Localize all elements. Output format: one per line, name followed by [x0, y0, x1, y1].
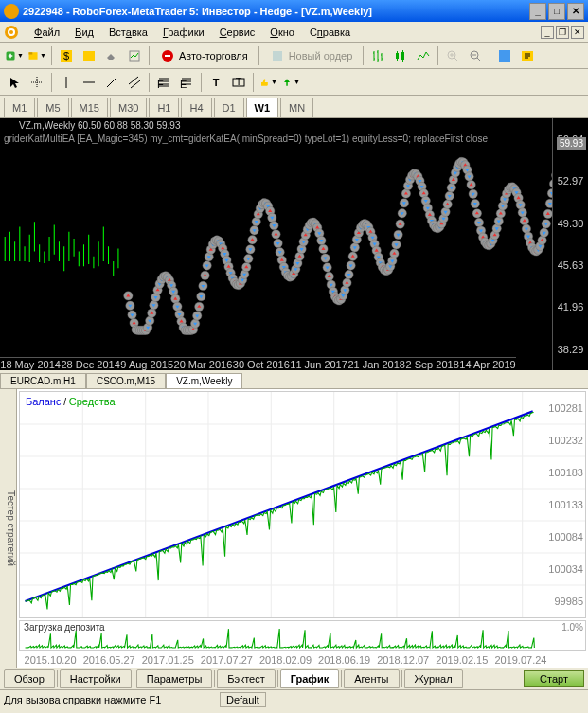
- tab-graph[interactable]: График: [280, 669, 340, 688]
- tf-w1[interactable]: W1: [246, 98, 279, 117]
- tester-button[interactable]: [124, 45, 145, 66]
- svg-rect-14: [401, 52, 404, 60]
- zoom-in-button[interactable]: [442, 45, 463, 66]
- autotrading-label: Авто-торговля: [179, 50, 248, 62]
- tf-m5[interactable]: M5: [37, 98, 68, 117]
- status-bar: Для вызова справки нажмите F1 Default: [0, 689, 588, 708]
- tf-m15[interactable]: M15: [71, 98, 108, 117]
- equity-legend: Баланс / Средства: [26, 396, 116, 407]
- trend-line-button[interactable]: [101, 72, 122, 93]
- thumbs-up-button[interactable]: ▼: [258, 72, 278, 93]
- crosshair-button[interactable]: [27, 72, 47, 93]
- svg-rect-12: [273, 51, 282, 61]
- tab-backtest[interactable]: Бэктест: [217, 669, 275, 688]
- svg-rect-11: [165, 55, 170, 57]
- menu-help[interactable]: Справка: [302, 25, 358, 40]
- bar-chart-button[interactable]: [367, 45, 388, 66]
- chart-window-tabs: EURCAD.m,H1 CSCO.m,M15 VZ.m,Weekly: [0, 370, 588, 389]
- menu-bar: Файл Вид Вставка Графики Сервис Окно Спр…: [0, 22, 588, 43]
- metaeditor-button[interactable]: [517, 45, 538, 66]
- menu-window[interactable]: Окно: [262, 25, 302, 40]
- menu-tools[interactable]: Сервис: [212, 25, 263, 40]
- market-watch-button[interactable]: $: [56, 45, 77, 66]
- tester-x-axis: 2015.10.202016.05.272017.01.252017.07.27…: [17, 652, 588, 668]
- menu-file[interactable]: Файл: [27, 25, 67, 40]
- main-toolbar: ▼ ▼ $ Авто-торговля Новый ордер: [0, 43, 588, 69]
- status-default[interactable]: Default: [220, 692, 266, 707]
- svg-text:T: T: [213, 77, 220, 88]
- start-button[interactable]: Старт: [524, 670, 584, 687]
- mql-button[interactable]: [494, 45, 515, 66]
- load-value: 1.0%: [561, 622, 583, 633]
- text-button[interactable]: T: [205, 72, 226, 93]
- price-chart[interactable]: VZ.m,Weekly 60.50 60.88 58.30 59.93 grid…: [0, 118, 588, 370]
- navigator-button[interactable]: [79, 45, 99, 66]
- menu-view[interactable]: Вид: [67, 25, 101, 40]
- candle-chart-button[interactable]: [390, 45, 411, 66]
- equity-chart[interactable]: Баланс / Средства 100281 100232 100183 1…: [19, 391, 586, 618]
- fibonacci-button[interactable]: F: [153, 72, 174, 93]
- chart-tab-csco[interactable]: CSCO.m,M15: [86, 373, 166, 388]
- close-button[interactable]: ✕: [567, 3, 584, 20]
- maximize-button[interactable]: □: [548, 3, 565, 20]
- tf-mn[interactable]: MN: [280, 98, 313, 117]
- window-titlebar: 2922948 - RoboForex-MetaTrader 5: Инвест…: [0, 0, 588, 22]
- tf-m1[interactable]: M1: [4, 98, 35, 117]
- fibo-expansion-button[interactable]: E: [176, 72, 197, 93]
- new-chart-button[interactable]: ▼: [4, 45, 25, 66]
- tester-tabs: Обзор Настройки Параметры Бэктест График…: [0, 668, 588, 689]
- tf-h4[interactable]: H4: [181, 98, 211, 117]
- window-title: 2922948 - RoboForex-MetaTrader 5: Инвест…: [23, 6, 529, 17]
- price-tag: 59.93: [557, 137, 586, 150]
- doc-close-button[interactable]: ✕: [571, 26, 584, 39]
- tab-agents[interactable]: Агенты: [344, 669, 399, 688]
- line-chart-button[interactable]: [413, 45, 434, 66]
- new-order-button[interactable]: Новый ордер: [263, 45, 360, 66]
- equity-y-axis: 100281 100232 100183 100133 100084 10003…: [542, 392, 583, 617]
- status-help: Для вызова справки нажмите F1: [4, 694, 212, 705]
- svg-rect-8: [83, 51, 95, 61]
- tester-side-label[interactable]: Тестер стратегий: [0, 389, 17, 668]
- toolbox-button[interactable]: [101, 45, 122, 66]
- chart-x-axis: 18 May 201428 Dec 20149 Aug 201520 Mar 2…: [0, 357, 516, 370]
- svg-point-2: [9, 30, 13, 34]
- chart-y-axis: 59.93 56.64 52.97 49.30 45.63 41.96 38.2…: [552, 118, 588, 370]
- arrow-up-button[interactable]: ▼: [280, 72, 301, 93]
- profiles-button[interactable]: ▼: [27, 45, 47, 66]
- tab-overview[interactable]: Обзор: [4, 669, 55, 688]
- text-label-button[interactable]: T: [228, 72, 249, 93]
- doc-minimize-button[interactable]: _: [541, 26, 554, 39]
- drawing-toolbar: F E T T ▼ ▼: [0, 69, 588, 96]
- cursor-button[interactable]: [4, 72, 25, 93]
- strategy-tester: Тестер стратегий Баланс / Средства 10028…: [0, 389, 588, 668]
- tf-d1[interactable]: D1: [214, 98, 244, 117]
- menu-insert[interactable]: Вставка: [101, 25, 155, 40]
- horizontal-line-button[interactable]: [79, 72, 99, 93]
- vertical-line-button[interactable]: [56, 72, 77, 93]
- tab-inputs[interactable]: Параметры: [136, 669, 213, 688]
- app-icon: [4, 4, 19, 19]
- app-logo-icon: [4, 25, 19, 40]
- chart-tab-vz[interactable]: VZ.m,Weekly: [166, 373, 242, 388]
- svg-text:$: $: [63, 50, 69, 62]
- svg-text:E: E: [180, 79, 187, 90]
- minimize-button[interactable]: _: [529, 3, 546, 20]
- new-order-icon: [270, 48, 285, 63]
- tab-journal[interactable]: Журнал: [404, 669, 463, 688]
- autotrading-button[interactable]: Авто-торговля: [153, 45, 255, 66]
- svg-rect-17: [499, 50, 510, 62]
- doc-restore-button[interactable]: ❐: [556, 26, 569, 39]
- load-label: Загрузка депозита: [24, 622, 105, 633]
- menu-charts[interactable]: Графики: [155, 25, 212, 40]
- zoom-out-button[interactable]: [465, 45, 486, 66]
- tf-m30[interactable]: M30: [110, 98, 147, 117]
- svg-text:T: T: [236, 76, 242, 87]
- chart-tab-eurcad[interactable]: EURCAD.m,H1: [0, 373, 86, 388]
- deposit-load-chart[interactable]: Загрузка депозита 1.0%: [19, 620, 586, 651]
- svg-text:F: F: [157, 79, 164, 90]
- tab-settings[interactable]: Настройки: [60, 669, 132, 688]
- new-order-label: Новый ордер: [289, 50, 353, 62]
- equidistant-channel-button[interactable]: [124, 72, 145, 93]
- autotrading-icon: [160, 48, 175, 63]
- tf-h1[interactable]: H1: [149, 98, 179, 117]
